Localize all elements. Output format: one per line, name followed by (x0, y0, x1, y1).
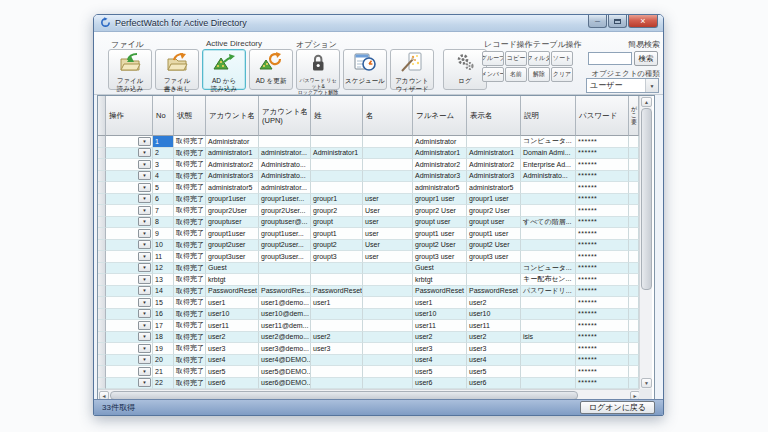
cell-description[interactable]: isis (521, 332, 576, 344)
cell-last_name[interactable]: groupt (311, 217, 363, 229)
cell-full_name[interactable]: user1 (413, 297, 467, 309)
row-selector[interactable] (98, 148, 106, 160)
cell-upn[interactable]: user5@DEMO... (259, 366, 311, 378)
cell-status[interactable]: 取得完了 (174, 228, 206, 240)
cell-display_name[interactable] (467, 263, 521, 275)
cell-status[interactable]: 取得完了 (174, 171, 206, 183)
cell-status[interactable]: 取得完了 (174, 309, 206, 321)
row-selector[interactable] (98, 205, 106, 217)
cell-account_name[interactable]: Administrator (206, 136, 259, 148)
cell-last_name[interactable]: groupt1 (311, 228, 363, 240)
cell-description[interactable] (521, 194, 576, 206)
cell-description[interactable]: Administrato... (521, 171, 576, 183)
row-action-dropdown[interactable]: ▼ (138, 355, 151, 364)
cell-first_name[interactable] (363, 148, 413, 160)
cell-last_name[interactable]: user2 (311, 332, 363, 344)
cell-display_name[interactable]: groupt user (467, 217, 521, 229)
cell-last_name[interactable]: groupr2 (311, 205, 363, 217)
cell-account_name[interactable]: user2 (206, 332, 259, 344)
cell-description[interactable]: コンピュータ... (521, 136, 576, 148)
row-selector[interactable] (98, 159, 106, 171)
cell-last_name[interactable] (311, 263, 363, 275)
cell-full_name[interactable]: administrator5 (413, 182, 467, 194)
cell-password[interactable]: ****** (576, 297, 629, 309)
cell-pw_flag[interactable] (629, 263, 639, 275)
cell-no[interactable]: 1 (153, 136, 174, 148)
cell-last_name[interactable] (311, 171, 363, 183)
cell-full_name[interactable]: user2 (413, 332, 467, 344)
cell-status[interactable]: 取得完了 (174, 240, 206, 252)
cell-password[interactable]: ****** (576, 240, 629, 252)
cell-status[interactable]: 取得完了 (174, 274, 206, 286)
row-selector[interactable] (98, 194, 106, 206)
cell-first_name[interactable] (363, 136, 413, 148)
schedule-button[interactable]: スケジュール (343, 49, 387, 90)
cell-account_name[interactable]: administrator5 (206, 182, 259, 194)
cell-no[interactable]: 7 (153, 205, 174, 217)
cell-status[interactable]: 取得完了 (174, 355, 206, 367)
col-header-op[interactable]: 操作 (106, 96, 153, 136)
cell-full_name[interactable]: groupt1 user (413, 228, 467, 240)
ad-load-button[interactable]: AD から 読み込み (202, 49, 246, 90)
cell-display_name[interactable]: user2 (467, 332, 521, 344)
cell-last_name[interactable] (311, 366, 363, 378)
cell-upn[interactable]: groupr2User... (259, 205, 311, 217)
cell-password[interactable]: ****** (576, 217, 629, 229)
cell-display_name[interactable]: Administrator1 (467, 148, 521, 160)
cell-full_name[interactable]: groupt user (413, 217, 467, 229)
cell-password[interactable]: ****** (576, 366, 629, 378)
cell-display_name[interactable] (467, 274, 521, 286)
file-import-button[interactable]: ファイル 読み込み (108, 49, 152, 90)
row-action-dropdown[interactable]: ▼ (138, 286, 151, 295)
small-button-解除[interactable]: 解除 (528, 67, 550, 82)
cell-status[interactable]: 取得完了 (174, 205, 206, 217)
cell-no[interactable]: 6 (153, 194, 174, 206)
row-selector[interactable] (98, 274, 106, 286)
cell-last_name[interactable] (311, 182, 363, 194)
cell-description[interactable] (521, 228, 576, 240)
col-header-upn[interactable]: アカウント名 (UPN) (259, 96, 311, 136)
cell-pw_flag[interactable] (629, 159, 639, 171)
cell-first_name[interactable] (363, 286, 413, 298)
cell-status[interactable]: 取得完了 (174, 148, 206, 160)
cell-first_name[interactable]: User (363, 240, 413, 252)
cell-first_name[interactable]: User (363, 205, 413, 217)
cell-no[interactable]: 16 (153, 309, 174, 321)
cell-description[interactable]: コンピュータ... (521, 263, 576, 275)
row-selector[interactable] (98, 366, 106, 378)
cell-password[interactable]: ****** (576, 274, 629, 286)
cell-status[interactable]: 取得完了 (174, 263, 206, 275)
cell-full_name[interactable]: Guest (413, 263, 467, 275)
cell-password[interactable]: ****** (576, 159, 629, 171)
cell-display_name[interactable] (467, 136, 521, 148)
cell-pw_flag[interactable] (629, 171, 639, 183)
cell-description[interactable]: パスワードリ... (521, 286, 576, 298)
row-action-dropdown[interactable]: ▼ (138, 217, 151, 226)
row-selector[interactable] (98, 286, 106, 298)
cell-pw_flag[interactable] (629, 194, 639, 206)
cell-first_name[interactable] (363, 159, 413, 171)
cell-password[interactable]: ****** (576, 286, 629, 298)
cell-status[interactable]: 取得完了 (174, 136, 206, 148)
cell-status[interactable]: 取得完了 (174, 194, 206, 206)
cell-full_name[interactable]: krbtgt (413, 274, 467, 286)
cell-pw_flag[interactable] (629, 228, 639, 240)
cell-no[interactable]: 20 (153, 355, 174, 367)
cell-description[interactable]: Enterprise Ad... (521, 159, 576, 171)
cell-description[interactable] (521, 297, 576, 309)
minimize-button[interactable]: ─ (588, 15, 607, 28)
row-action-dropdown[interactable]: ▼ (138, 332, 151, 341)
col-header-description[interactable]: 説明 (521, 96, 576, 136)
cell-last_name[interactable] (311, 309, 363, 321)
cell-last_name[interactable]: groupt2 (311, 240, 363, 252)
cell-no[interactable]: 2 (153, 148, 174, 160)
cell-status[interactable]: 取得完了 (174, 378, 206, 390)
cell-no[interactable]: 14 (153, 286, 174, 298)
cell-last_name[interactable] (311, 274, 363, 286)
cell-upn[interactable]: user11@dem... (259, 320, 311, 332)
cell-last_name[interactable] (311, 355, 363, 367)
cell-account_name[interactable]: user5 (206, 366, 259, 378)
row-selector[interactable] (98, 263, 106, 275)
cell-display_name[interactable]: user2 (467, 297, 521, 309)
cell-password[interactable]: ****** (576, 263, 629, 275)
